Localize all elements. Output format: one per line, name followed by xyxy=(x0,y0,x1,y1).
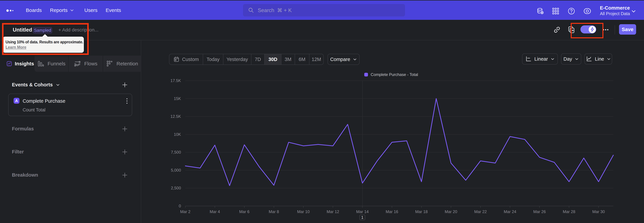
scale-linear-button[interactable]: Linear xyxy=(522,53,558,65)
interval-day-button[interactable]: Day xyxy=(561,53,581,65)
event-metric[interactable]: Count Total xyxy=(23,107,46,113)
project-switcher[interactable]: E-Commerce All Project Data xyxy=(600,5,630,17)
insights-icon xyxy=(6,61,12,67)
flows-icon xyxy=(74,60,81,67)
tab-funnels[interactable]: Funnels xyxy=(34,56,68,72)
svg-text:15K: 15K xyxy=(174,96,181,101)
range-custom[interactable]: Custom xyxy=(170,54,203,65)
tab-flows[interactable]: Flows xyxy=(68,56,103,72)
chevron-down-icon xyxy=(353,57,357,61)
funnels-icon xyxy=(37,60,44,67)
chevron-down-icon xyxy=(56,83,60,87)
copy-link-icon[interactable] xyxy=(553,26,561,33)
mixpanel-logo-icon[interactable] xyxy=(6,1,15,20)
svg-text:2,500: 2,500 xyxy=(171,186,181,190)
sampled-badge[interactable]: Sampled xyxy=(33,27,52,33)
filter-section-title: Filter xyxy=(12,149,24,155)
tooltip-message: Using 10% of data. Results are approxima… xyxy=(6,40,84,45)
tab-retention[interactable]: Retention xyxy=(103,56,141,72)
date-range-group: Custom Today Yesterday 7D 30D 3M 6M 12M xyxy=(169,54,324,65)
add-filter-button[interactable] xyxy=(121,148,128,155)
sampling-toggle[interactable] xyxy=(580,25,596,33)
pagination-page-1[interactable]: 1 xyxy=(360,214,365,220)
svg-text:Mar 10: Mar 10 xyxy=(297,209,310,214)
tooltip-learn-more-link[interactable]: Learn More xyxy=(6,45,26,50)
svg-text:Mar 16: Mar 16 xyxy=(386,209,398,214)
formulas-section-title: Formulas xyxy=(12,126,34,132)
search-icon xyxy=(248,7,254,13)
event-options-kebab-icon[interactable] xyxy=(124,97,130,105)
svg-text:7,500: 7,500 xyxy=(171,150,181,154)
svg-text:Mar 24: Mar 24 xyxy=(504,209,516,214)
tab-label: Funnels xyxy=(48,61,66,67)
nav-item-label: Users xyxy=(84,8,98,13)
nav-item-reports[interactable]: Reports xyxy=(50,1,74,20)
svg-text:0: 0 xyxy=(179,204,181,208)
sampling-toggle-knob xyxy=(589,26,596,33)
range-3m[interactable]: 3M xyxy=(281,54,295,65)
svg-text:Mar 8: Mar 8 xyxy=(269,209,279,214)
project-scope: All Project Data xyxy=(600,11,630,17)
search-input[interactable]: Search ⌘ + K xyxy=(243,4,405,17)
project-name: E-Commerce xyxy=(600,5,630,11)
event-name: Complete Purchase xyxy=(23,98,66,104)
mixpanel-insights-page: Boards Reports Users Events Search ⌘ + K xyxy=(0,0,644,223)
breakdown-section-title: Breakdown xyxy=(12,172,38,178)
svg-text:10K: 10K xyxy=(174,132,181,137)
add-description-field[interactable]: + Add description... xyxy=(58,27,98,33)
nav-item-boards[interactable]: Boards xyxy=(26,1,42,20)
range-30d[interactable]: 30D xyxy=(264,54,281,65)
svg-text:Mar 26: Mar 26 xyxy=(533,209,546,214)
data-management-icon[interactable] xyxy=(536,7,545,16)
more-options-icon[interactable] xyxy=(602,26,610,33)
svg-text:5,000: 5,000 xyxy=(171,168,181,172)
add-breakdown-button[interactable] xyxy=(121,172,128,179)
project-chevron-down-icon xyxy=(631,9,636,14)
sampling-tooltip: Using 10% of data. Results are approxima… xyxy=(3,37,84,53)
chart-type-line-button[interactable]: Line xyxy=(584,53,612,65)
event-row-complete-purchase[interactable]: A Complete Purchase Count Total xyxy=(8,94,132,116)
svg-text:Mar 14: Mar 14 xyxy=(356,209,369,214)
apps-grid-icon[interactable] xyxy=(551,7,560,16)
nav-item-users[interactable]: Users xyxy=(84,1,98,20)
help-icon[interactable] xyxy=(567,7,576,16)
header-divider xyxy=(615,25,615,34)
add-formula-button[interactable] xyxy=(121,125,128,133)
top-navbar: Boards Reports Users Events Search ⌘ + K xyxy=(0,1,644,20)
retention-icon xyxy=(106,60,113,67)
range-today[interactable]: Today xyxy=(203,54,223,65)
range-6m[interactable]: 6M xyxy=(295,54,309,65)
range-7d[interactable]: 7D xyxy=(251,54,264,65)
chevron-down-icon xyxy=(607,57,611,61)
svg-text:Mar 18: Mar 18 xyxy=(415,209,428,214)
chevron-down-icon xyxy=(550,57,554,61)
tab-label: Flows xyxy=(84,61,97,67)
tab-insights[interactable]: Insights xyxy=(0,56,34,72)
search-placeholder: Search ⌘ + K xyxy=(258,7,292,14)
range-12m[interactable]: 12M xyxy=(309,54,323,65)
events-cohorts-section-title[interactable]: Events & Cohorts xyxy=(12,82,60,87)
svg-text:12.5K: 12.5K xyxy=(170,114,181,119)
add-event-button[interactable] xyxy=(121,81,128,88)
tab-label: Insights xyxy=(15,61,34,67)
compare-button[interactable]: Compare xyxy=(328,54,360,65)
nav-item-events[interactable]: Events xyxy=(106,1,121,20)
duplicate-icon[interactable] xyxy=(568,26,575,33)
report-title[interactable]: Untitled xyxy=(13,27,32,33)
svg-text:Mar 20: Mar 20 xyxy=(445,209,457,214)
chart-legend[interactable]: Complete Purchase - Total xyxy=(169,72,613,77)
save-button[interactable]: Save xyxy=(619,24,636,35)
svg-text:Mar 12: Mar 12 xyxy=(327,209,339,214)
tooltip-arrow xyxy=(42,34,48,37)
svg-text:Mar 6: Mar 6 xyxy=(239,209,250,214)
chevron-down-icon xyxy=(575,57,579,61)
svg-text:Mar 30: Mar 30 xyxy=(592,209,605,214)
settings-gear-icon[interactable] xyxy=(583,7,592,16)
svg-text:17.5K: 17.5K xyxy=(170,78,181,83)
svg-text:Mar 2: Mar 2 xyxy=(180,209,190,214)
report-tabs: Insights Funnels xyxy=(0,56,141,72)
nav-item-label: Boards xyxy=(26,8,42,13)
lightning-bolt-icon xyxy=(590,27,595,32)
range-yesterday[interactable]: Yesterday xyxy=(223,54,251,65)
calendar-icon xyxy=(174,56,180,62)
